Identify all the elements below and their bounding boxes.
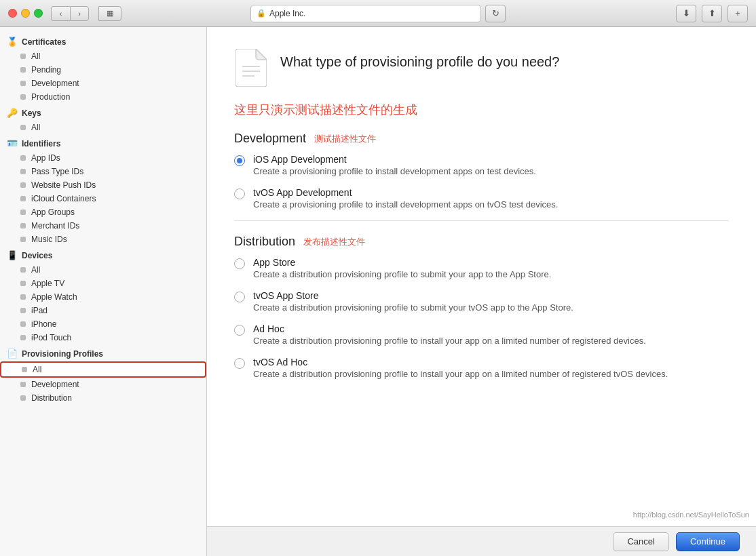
sidebar-header-devices[interactable]: 📱 Devices (0, 247, 206, 263)
sidebar-item-icloud-containers[interactable]: iCloud Containers (0, 192, 206, 205)
bullet-icon (20, 125, 26, 130)
provisioning-icon: 📄 (7, 349, 18, 359)
sidebar-header-certificates[interactable]: 🏅 Certificates (0, 34, 206, 49)
sidebar-item-merchant-ids[interactable]: Merchant IDs (0, 219, 206, 233)
sidebar-section-provisioning: 📄 Provisioning Profiles All Development … (0, 346, 206, 405)
annotation-text: 这里只演示测试描述性文件的生成 (234, 102, 729, 118)
sidebar-item-apple-watch[interactable]: Apple Watch (0, 290, 206, 304)
sidebar-section-keys: 🔑 Keys All (0, 105, 206, 134)
bullet-icon (20, 67, 26, 73)
sidebar-header-identifiers[interactable]: 🪪 Identifiers (0, 136, 206, 151)
bullet-icon (20, 196, 26, 201)
bullet-icon (20, 281, 26, 286)
sidebar-item-provisioning-development[interactable]: Development (0, 378, 206, 391)
radio-tvos-app-dev[interactable] (234, 188, 245, 199)
devices-icon: 📱 (7, 250, 18, 260)
label-tvos-ad-hoc: tvOS Ad Hoc (253, 357, 668, 368)
keys-label: Keys (22, 108, 41, 118)
sidebar-item-provisioning-all[interactable]: All (0, 361, 206, 378)
sidebar-item-provisioning-distribution[interactable]: Distribution (0, 391, 206, 405)
development-heading: Development 测试描述性文件 (234, 132, 729, 146)
key-icon: 🔑 (7, 108, 18, 118)
development-tag: 测试描述性文件 (314, 133, 376, 145)
sidebar-item-cert-development[interactable]: Development (0, 77, 206, 90)
bullet-icon (20, 94, 26, 100)
sidebar-header-keys[interactable]: 🔑 Keys (0, 105, 206, 121)
continue-button[interactable]: Continue (676, 532, 740, 551)
sidebar-item-website-push-ids[interactable]: Website Push IDs (0, 178, 206, 192)
option-tvos-app-store[interactable]: tvOS App Store Create a distribution pro… (234, 290, 729, 313)
option-tvos-ad-hoc[interactable]: tvOS Ad Hoc Create a distribution provis… (234, 357, 729, 379)
sidebar-item-devices-all[interactable]: All (0, 263, 206, 277)
share-icon[interactable]: ⬆ (702, 5, 722, 22)
bullet-icon (20, 223, 26, 229)
sidebar-item-apple-tv[interactable]: Apple TV (0, 277, 206, 290)
bullet-icon (20, 321, 26, 327)
sidebar-item-pass-type-ids[interactable]: Pass Type IDs (0, 165, 206, 178)
bullet-icon (20, 267, 26, 273)
bullet-icon (20, 169, 26, 174)
desc-app-store: Create a distribution provisioning profi… (253, 269, 551, 279)
option-ios-app-dev[interactable]: iOS App Development Create a provisionin… (234, 154, 729, 176)
radio-app-store[interactable] (234, 258, 245, 269)
option-tvos-app-dev[interactable]: tvOS App Development Create a provisioni… (234, 187, 729, 210)
option-app-store[interactable]: App Store Create a distribution provisio… (234, 257, 729, 279)
bullet-icon (20, 237, 26, 242)
download-icon[interactable]: ⬇ (676, 5, 696, 22)
main-layout: 🏅 Certificates All Pending Development P… (0, 27, 756, 556)
identifiers-label: Identifiers (22, 139, 60, 148)
label-tvos-app-dev: tvOS App Development (253, 187, 558, 198)
sidebar-section-certificates: 🏅 Certificates All Pending Development P… (0, 34, 206, 104)
label-tvos-app-store: tvOS App Store (253, 290, 573, 301)
section-divider (234, 220, 729, 221)
development-heading-text: Development (234, 132, 306, 146)
radio-ios-app-dev[interactable] (234, 155, 245, 166)
distribution-heading: Distribution 发布描述性文件 (234, 235, 729, 249)
file-icon (234, 47, 268, 88)
sidebar-item-ipod-touch[interactable]: iPod Touch (0, 331, 206, 344)
label-ios-app-dev: iOS App Development (253, 154, 536, 165)
bottom-bar: http://blog.csdn.net/SayHelloToSun Cance… (207, 526, 756, 556)
sidebar-item-cert-pending[interactable]: Pending (0, 63, 206, 77)
option-ad-hoc[interactable]: Ad Hoc Create a distribution provisionin… (234, 323, 729, 346)
radio-ad-hoc[interactable] (234, 325, 245, 336)
lock-icon: 🔒 (257, 9, 266, 18)
sidebar-header-provisioning[interactable]: 📄 Provisioning Profiles (0, 346, 206, 361)
titlebar-center: 🔒 Apple Inc. ↻ (250, 5, 506, 22)
radio-tvos-ad-hoc[interactable] (234, 358, 245, 369)
bullet-icon (20, 210, 26, 215)
certificates-label: Certificates (22, 37, 66, 47)
sidebar-item-iphone[interactable]: iPhone (0, 317, 206, 331)
sidebar-item-cert-production[interactable]: Production (0, 90, 206, 104)
reload-button[interactable]: ↻ (485, 5, 506, 22)
sidebar-item-music-ids[interactable]: Music IDs (0, 233, 206, 246)
distribution-heading-text: Distribution (234, 235, 295, 249)
sidebar-item-app-groups[interactable]: App Groups (0, 205, 206, 219)
sidebar-item-keys-all[interactable]: All (0, 121, 206, 134)
url-bar[interactable]: 🔒 Apple Inc. (250, 5, 481, 22)
reader-button[interactable]: ▦ (98, 6, 121, 21)
titlebar-right: ⬇ ⬆ + (676, 5, 748, 22)
desc-ad-hoc: Create a distribution provisioning profi… (253, 336, 646, 346)
sidebar-section-identifiers: 🪪 Identifiers App IDs Pass Type IDs Webs… (0, 136, 206, 246)
label-ad-hoc: Ad Hoc (253, 323, 646, 334)
bullet-icon (20, 382, 26, 387)
desc-tvos-app-store: Create a distribution provisioning profi… (253, 302, 573, 313)
cancel-button[interactable]: Cancel (613, 532, 668, 551)
minimize-button[interactable] (21, 9, 30, 18)
sidebar-item-app-ids[interactable]: App IDs (0, 151, 206, 165)
sidebar-section-devices: 📱 Devices All Apple TV Apple Watch iPad (0, 247, 206, 344)
radio-tvos-app-store[interactable] (234, 292, 245, 302)
bullet-icon (22, 367, 27, 372)
titlebar: ‹ › ▦ 🔒 Apple Inc. ↻ ⬇ ⬆ + (0, 0, 756, 27)
desc-ios-app-dev: Create a provisioning profile to install… (253, 166, 536, 176)
close-button[interactable] (8, 9, 17, 18)
forward-button[interactable]: › (70, 6, 89, 21)
sidebar-item-ipad[interactable]: iPad (0, 304, 206, 317)
maximize-button[interactable] (34, 9, 43, 18)
bullet-icon (20, 54, 26, 59)
page-header: What type of provisioning profile do you… (234, 47, 729, 88)
back-button[interactable]: ‹ (51, 6, 70, 21)
new-tab-icon[interactable]: + (727, 5, 748, 22)
sidebar-item-cert-all[interactable]: All (0, 49, 206, 63)
